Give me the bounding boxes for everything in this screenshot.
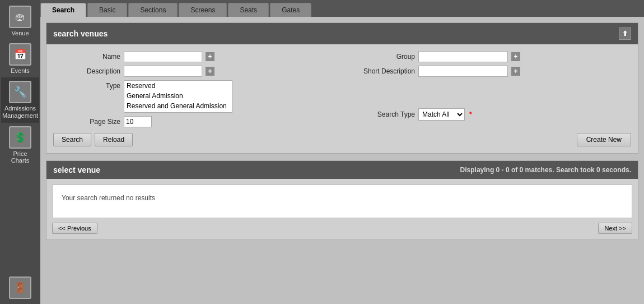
sidebar-item-exit[interactable]: 🚪: [1, 273, 39, 304]
content-area: search venues ⬆ Name + D: [40, 17, 644, 304]
type-option-reserved[interactable]: Reserved: [124, 81, 232, 91]
search-venues-title: search venues: [53, 29, 108, 38]
tab-gates[interactable]: Gates: [270, 3, 311, 17]
search-venues-header: search venues ⬆: [46, 23, 638, 44]
pagesize-input[interactable]: [124, 116, 152, 127]
button-row: Search Reload Create New: [53, 133, 631, 146]
no-results-box: Your search returned no results: [52, 185, 632, 218]
type-row: Type Reserved General Admission Reserved…: [53, 80, 337, 113]
sidebar-item-venue-label: Venue: [11, 30, 29, 36]
next-button[interactable]: Next >>: [598, 223, 632, 234]
pricecharts-icon: 💲: [9, 126, 31, 149]
form-grid: Name + Description + Type: [53, 51, 631, 127]
group-label: Group: [348, 53, 415, 61]
sidebar: 🏟 Venue 📅 Events 🔧 Admissions Management…: [0, 0, 40, 304]
button-left: Search Reload: [53, 133, 133, 146]
name-input[interactable]: [124, 51, 202, 62]
prev-button[interactable]: << Previous: [52, 223, 97, 234]
tab-bar: Search Basic Sections Screens Seats Gate…: [40, 0, 644, 17]
reload-button[interactable]: Reload: [95, 133, 133, 146]
pagesize-label: Page Size: [53, 118, 120, 126]
results-panel: select venue Displaying 0 - 0 of 0 match…: [46, 160, 638, 240]
main-content: Search Basic Sections Screens Seats Gate…: [40, 0, 644, 304]
search-type-select[interactable]: Match All Match Any: [418, 108, 465, 121]
results-info: Displaying 0 - 0 of 0 matches. Search to…: [460, 166, 631, 174]
tab-sections[interactable]: Sections: [128, 3, 178, 17]
searchtype-row: Search Type Match All Match Any *: [348, 108, 631, 121]
group-row: Group +: [348, 51, 631, 62]
name-row: Name +: [53, 51, 337, 62]
group-input[interactable]: [418, 51, 508, 62]
type-option-general[interactable]: General Admission: [124, 91, 232, 101]
tab-basic[interactable]: Basic: [87, 3, 127, 17]
sidebar-item-events[interactable]: 📅 Events: [1, 40, 39, 77]
results-title: select venue: [53, 165, 100, 174]
sidebar-item-admissions[interactable]: 🔧 Admissions Management: [1, 77, 39, 123]
description-input[interactable]: [124, 66, 202, 77]
sidebar-item-pricecharts[interactable]: 💲 Price Charts: [1, 123, 39, 167]
description-label: Description: [53, 67, 120, 75]
searchtype-label: Search Type: [348, 110, 415, 118]
search-button[interactable]: Search: [53, 133, 91, 146]
group-plus-btn[interactable]: +: [511, 52, 520, 61]
exit-icon: 🚪: [9, 277, 31, 299]
admissions-icon: 🔧: [9, 81, 31, 103]
tab-search[interactable]: Search: [40, 3, 86, 17]
no-results-text: Your search returned no results: [62, 194, 155, 202]
sidebar-item-pricecharts-label: Price Charts: [3, 150, 37, 164]
tab-screens[interactable]: Screens: [179, 3, 227, 17]
shortdesc-row: Short Description +: [348, 66, 631, 77]
shortdesc-input[interactable]: [418, 66, 508, 77]
description-plus-btn[interactable]: +: [206, 67, 214, 76]
required-star: *: [469, 110, 472, 118]
type-listbox[interactable]: Reserved General Admission Reserved and …: [124, 80, 233, 113]
sidebar-item-venue[interactable]: 🏟 Venue: [1, 2, 39, 40]
pagesize-row: Page Size: [53, 116, 337, 127]
shortdesc-plus-btn[interactable]: +: [511, 67, 520, 76]
type-option-both[interactable]: Reserved and General Admission: [124, 101, 232, 111]
venue-icon: 🏟: [9, 6, 31, 28]
description-row: Description +: [53, 66, 337, 77]
name-label: Name: [53, 53, 120, 61]
pagination-row: << Previous Next >>: [52, 223, 632, 234]
form-left: Name + Description + Type: [53, 51, 337, 127]
sidebar-item-events-label: Events: [11, 67, 30, 74]
form-right: Group + Short Description + Search T: [348, 51, 631, 127]
create-new-button[interactable]: Create New: [577, 133, 631, 146]
events-icon: 📅: [9, 43, 31, 66]
results-header: select venue Displaying 0 - 0 of 0 match…: [46, 161, 638, 179]
search-venues-body: Name + Description + Type: [46, 44, 638, 153]
shortdesc-label: Short Description: [348, 67, 415, 75]
name-plus-btn[interactable]: +: [206, 52, 214, 61]
tab-seats[interactable]: Seats: [228, 3, 269, 17]
sidebar-item-admissions-label: Admissions Management: [2, 105, 38, 119]
search-venues-panel: search venues ⬆ Name + D: [46, 22, 638, 154]
type-label: Type: [53, 82, 120, 90]
panel-header-icon[interactable]: ⬆: [619, 27, 631, 40]
results-body: Your search returned no results << Previ…: [46, 179, 638, 239]
